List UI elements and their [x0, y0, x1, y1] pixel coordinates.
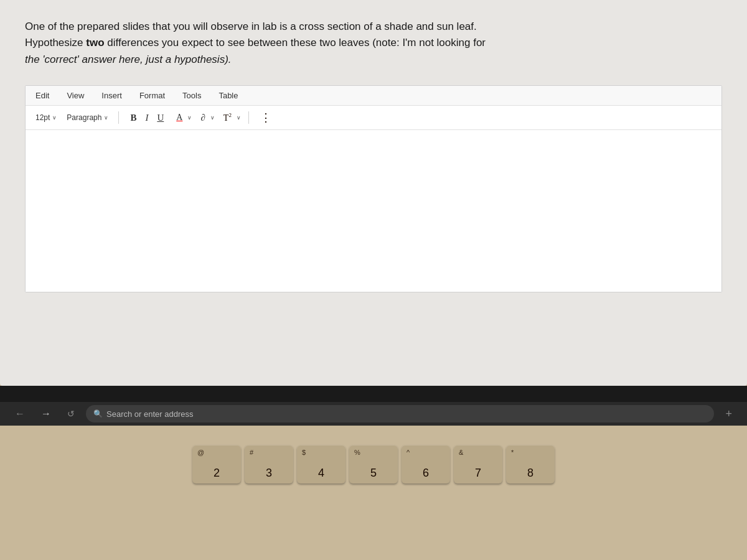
key-row-1: @ 2 # 3 $ 4 % 5 ^ 6 & 7: [31, 445, 716, 483]
question-bold: two: [86, 37, 104, 49]
underline-button[interactable]: U: [153, 111, 167, 124]
key-6-symbol: ^: [406, 449, 410, 456]
menu-table[interactable]: Table: [216, 90, 240, 101]
superscript-chevron: ∨: [237, 114, 241, 121]
bold-button[interactable]: B: [126, 111, 140, 124]
paragraph-style-value: Paragraph: [67, 113, 101, 122]
question-line1: One of the prepared slides that you will…: [25, 21, 477, 32]
font-size-selector[interactable]: 12pt ∨: [33, 112, 59, 123]
key-4-symbol: $: [302, 449, 306, 456]
back-button[interactable]: ←: [10, 406, 30, 422]
question-line2-pre: Hypothesize: [25, 37, 86, 49]
doc-content[interactable]: [26, 130, 721, 292]
key-7[interactable]: & 7: [454, 445, 502, 483]
forward-button[interactable]: →: [36, 406, 56, 422]
menu-tools[interactable]: Tools: [180, 90, 204, 101]
screen: One of the prepared slides that you will…: [0, 0, 747, 386]
key-3[interactable]: # 3: [245, 445, 293, 483]
doc-editor: Edit View Insert Format Tools Table 12pt…: [25, 85, 722, 292]
menu-view[interactable]: View: [64, 90, 87, 101]
key-2-char: 2: [214, 467, 220, 480]
paragraph-style-selector[interactable]: Paragraph ∨: [64, 112, 111, 123]
key-8-char: 8: [527, 467, 533, 480]
highlight-button[interactable]: ∂: [197, 111, 209, 124]
format-buttons: B I U: [126, 111, 167, 124]
menu-bar: Edit View Insert Format Tools Table: [26, 86, 721, 106]
question-text: One of the prepared slides that you will…: [25, 19, 722, 68]
menu-format[interactable]: Format: [137, 90, 167, 101]
font-size-chevron: ∨: [52, 114, 57, 121]
key-6[interactable]: ^ 6: [402, 445, 450, 483]
key-4[interactable]: $ 4: [297, 445, 345, 483]
menu-insert[interactable]: Insert: [99, 90, 125, 101]
superscript-button[interactable]: T2: [220, 111, 235, 124]
toolbar: 12pt ∨ Paragraph ∨ B I U A ∨: [26, 106, 721, 130]
italic-button[interactable]: I: [141, 111, 152, 124]
highlight-chevron: ∨: [210, 114, 215, 121]
keyboard-area: @ 2 # 3 $ 4 % 5 ^ 6 & 7: [0, 432, 747, 560]
font-size-value: 12pt: [35, 113, 50, 122]
key-8-symbol: *: [511, 449, 514, 456]
menu-edit[interactable]: Edit: [33, 90, 52, 101]
text-color-group: A ∨: [172, 111, 192, 124]
text-color-label: A: [176, 113, 182, 122]
text-color-button[interactable]: A: [172, 111, 186, 124]
key-3-char: 3: [266, 467, 272, 480]
key-7-char: 7: [475, 467, 481, 480]
key-5-symbol: %: [354, 449, 360, 456]
key-5-char: 5: [370, 467, 377, 480]
question-line3: the 'correct' answer here, just a hypoth…: [25, 54, 232, 65]
text-color-chevron: ∨: [187, 114, 192, 121]
more-options-button[interactable]: ⋮: [256, 110, 276, 126]
key-2[interactable]: @ 2: [192, 445, 241, 483]
paragraph-chevron: ∨: [104, 114, 108, 121]
address-bar[interactable]: 🔍 Search or enter address: [86, 405, 714, 422]
search-icon: 🔍: [93, 409, 103, 418]
key-5[interactable]: % 5: [349, 445, 398, 483]
superscript-group: T2 ∨: [220, 111, 241, 124]
key-3-symbol: #: [250, 449, 253, 456]
question-line2-post: differences you expect to see between th…: [105, 37, 486, 49]
address-text: Search or enter address: [106, 409, 193, 419]
key-7-symbol: &: [459, 449, 463, 456]
new-tab-button[interactable]: +: [720, 405, 737, 423]
toolbar-separator-1: [118, 111, 119, 124]
key-4-char: 4: [318, 467, 324, 480]
keyboard: @ 2 # 3 $ 4 % 5 ^ 6 & 7: [31, 445, 716, 483]
key-2-symbol: @: [197, 449, 204, 456]
highlight-group: ∂ ∨: [197, 111, 214, 124]
toolbar-separator-2: [248, 111, 249, 124]
key-8[interactable]: * 8: [506, 445, 555, 483]
key-6-char: 6: [423, 467, 429, 480]
refresh-button[interactable]: ↺: [62, 406, 80, 421]
browser-bar: ← → ↺ 🔍 Search or enter address +: [0, 402, 747, 426]
